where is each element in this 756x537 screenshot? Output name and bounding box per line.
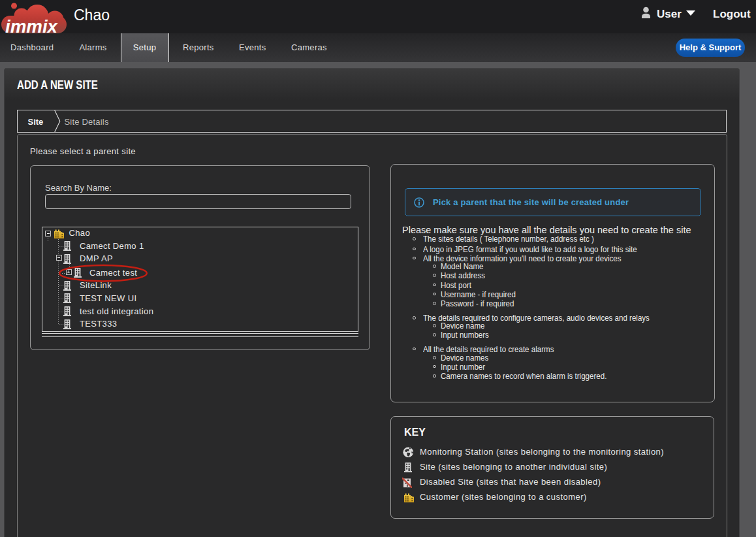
svg-text:immix: immix xyxy=(5,17,58,33)
